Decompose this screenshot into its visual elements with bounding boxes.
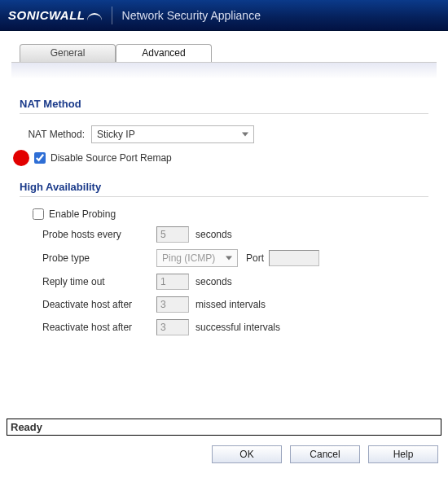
- chevron-down-icon: [242, 133, 248, 137]
- nat-method-value: Sticky IP: [97, 129, 135, 140]
- label-disable-source-port-remap: Disable Source Port Remap: [51, 152, 172, 164]
- probe-type-value: Ping (ICMP): [162, 252, 215, 264]
- status-bar: Ready: [7, 419, 441, 436]
- chevron-down-icon: [226, 256, 232, 261]
- label-reactivate: Reactivate host after: [42, 322, 156, 333]
- unit-reactivate: successful intervals: [195, 322, 280, 333]
- label-port: Port: [246, 252, 264, 264]
- brand-logo: SONICWALL: [8, 8, 102, 22]
- section-divider-ha: [20, 196, 428, 197]
- section-divider-nat: [20, 113, 428, 114]
- header-divider: [112, 7, 112, 24]
- unit-reply-timeout: seconds: [195, 276, 232, 287]
- ha-settings-group: Probe hosts every seconds Probe type Pin…: [20, 226, 428, 335]
- label-deactivate: Deactivate host after: [42, 299, 156, 310]
- unit-deactivate: missed intervals: [195, 299, 266, 310]
- tab-gradient-bar: [11, 62, 437, 78]
- tab-advanced[interactable]: Advanced: [116, 44, 212, 62]
- section-title-ha: High Availability: [20, 181, 428, 193]
- ok-button[interactable]: OK: [212, 445, 282, 463]
- tabs-bar: General Advanced: [0, 34, 448, 62]
- input-reply-timeout[interactable]: [156, 274, 189, 290]
- row-disable-remap: Disable Source Port Remap: [13, 150, 428, 166]
- brand-text-left: SONIC: [8, 8, 49, 22]
- help-button[interactable]: Help: [368, 445, 438, 463]
- app-header: SONICWALL Network Security Appliance: [0, 0, 448, 31]
- content-panel: NAT Method NAT Method: Sticky IP Disable…: [0, 78, 448, 415]
- nat-method-select[interactable]: Sticky IP: [91, 125, 254, 143]
- section-title-nat: NAT Method: [20, 98, 428, 110]
- cancel-button[interactable]: Cancel: [290, 445, 360, 463]
- label-probe-every: Probe hosts every: [42, 229, 156, 240]
- highlight-dot-icon: [13, 150, 29, 166]
- row-enable-probing: Enable Probing: [33, 208, 428, 220]
- button-bar: OK Cancel Help: [0, 442, 448, 473]
- label-enable-probing: Enable Probing: [49, 208, 116, 220]
- brand-text-right: WALL: [49, 8, 86, 22]
- brand-arc-icon: [87, 13, 102, 21]
- probe-type-select[interactable]: Ping (ICMP): [156, 249, 238, 267]
- row-nat-method: NAT Method: Sticky IP: [20, 125, 428, 143]
- label-reply-timeout: Reply time out: [42, 276, 156, 287]
- input-deactivate[interactable]: [156, 296, 189, 313]
- tab-general[interactable]: General: [20, 44, 116, 62]
- input-reactivate[interactable]: [156, 319, 189, 335]
- checkbox-enable-probing[interactable]: [33, 208, 44, 220]
- product-title: Network Security Appliance: [122, 9, 261, 22]
- input-port[interactable]: [269, 250, 319, 266]
- label-nat-method: NAT Method:: [20, 129, 91, 140]
- unit-probe-every: seconds: [195, 229, 232, 240]
- input-probe-every[interactable]: [156, 226, 189, 243]
- label-probe-type: Probe type: [42, 252, 156, 264]
- checkbox-disable-source-port-remap[interactable]: [34, 152, 46, 164]
